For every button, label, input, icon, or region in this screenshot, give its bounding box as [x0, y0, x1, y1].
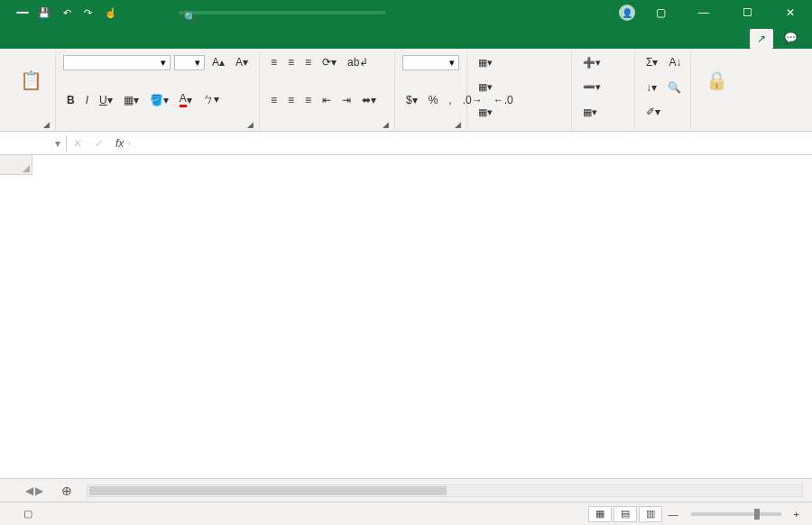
underline-button[interactable]: U▾ — [96, 92, 116, 108]
group-label-clipboard: ◢ — [13, 127, 48, 131]
comment-button[interactable]: 💬 — [777, 27, 805, 49]
sheet-area — [0, 155, 812, 478]
close-icon[interactable]: ✕ — [772, 0, 808, 25]
cond-format-button[interactable]: ▦ ▾ — [475, 55, 496, 70]
name-box[interactable]: ▾ — [0, 135, 67, 152]
sensitivity-button[interactable]: 🔒 — [698, 52, 734, 110]
fill-color-icon[interactable]: 🪣▾ — [146, 92, 172, 108]
font-color-icon[interactable]: A▾ — [176, 90, 196, 109]
autosave-label — [4, 11, 11, 14]
group-label-editing — [642, 127, 683, 131]
enter-formula-icon[interactable]: ✓ — [88, 137, 110, 150]
sensitivity-icon: 🔒 — [706, 69, 728, 91]
share-button[interactable]: ↗ — [750, 29, 773, 49]
indent-inc-icon[interactable]: ⇥ — [338, 92, 355, 108]
group-label-cells — [579, 127, 627, 131]
font-name-select[interactable]: ▾ — [63, 55, 171, 70]
border-icon[interactable]: ▦▾ — [120, 92, 143, 108]
sort-filter-icon[interactable]: A↓ — [665, 54, 685, 70]
wrap-text-button[interactable]: ab↲ — [344, 54, 372, 70]
percent-icon[interactable]: % — [425, 92, 442, 108]
autosum-icon[interactable]: Σ▾ — [642, 54, 661, 70]
clear-icon[interactable]: ✐▾ — [642, 104, 664, 120]
sheet-tabs-bar: ◀ ▶ ⊕ — [0, 478, 812, 502]
comma-icon[interactable]: , — [445, 92, 455, 108]
launcher-icon[interactable]: ◢ — [455, 120, 461, 129]
find-icon[interactable]: 🔍 — [664, 79, 685, 96]
fill-icon[interactable]: ↓▾ — [642, 79, 660, 96]
add-sheet-button[interactable]: ⊕ — [56, 484, 78, 498]
group-label-font: ◢ — [63, 127, 252, 131]
bold-button[interactable]: B — [63, 92, 78, 108]
clipboard-icon: 📋 — [20, 69, 42, 91]
ribbon-tabs: ↗ 💬 — [0, 25, 812, 49]
grow-font-icon[interactable]: A▴ — [208, 54, 228, 70]
currency-icon[interactable]: $▾ — [402, 92, 421, 108]
paste-button[interactable]: 📋 — [13, 52, 49, 110]
launcher-icon[interactable]: ◢ — [383, 120, 389, 129]
italic-button[interactable]: I — [82, 92, 92, 108]
merge-button[interactable]: ⬌▾ — [358, 92, 380, 108]
titlebar: 💾 ↶ ↷ ☝ 👤 ▢ — ☐ ✕ — [0, 0, 812, 25]
insert-cells-button[interactable]: ➕▾ — [579, 55, 604, 70]
format-table-button[interactable]: ▦ ▾ — [475, 79, 496, 95]
formula-input[interactable] — [129, 142, 812, 145]
group-label-align: ◢ — [267, 127, 387, 131]
redo-icon[interactable]: ↷ — [80, 5, 96, 21]
align-bottom-icon[interactable]: ≡ — [301, 54, 315, 70]
align-top-icon[interactable]: ≡ — [267, 54, 281, 70]
view-pagebreak-icon[interactable]: ▥ — [639, 506, 662, 522]
format-cells-button[interactable]: ▦▾ — [579, 105, 601, 120]
group-label-styles — [475, 127, 564, 131]
tab-nav-prev-icon[interactable]: ◀ — [25, 484, 33, 497]
shrink-font-icon[interactable]: A▾ — [232, 54, 252, 70]
phonetic-icon[interactable]: ㄅ▾ — [199, 90, 223, 109]
ribbon-options-icon[interactable]: ▢ — [642, 0, 678, 25]
fx-icon[interactable]: fx — [110, 137, 129, 150]
group-label-sensitivity — [698, 127, 733, 131]
view-normal-icon[interactable]: ▦ — [588, 506, 612, 522]
hscroll-thumb[interactable] — [89, 486, 447, 495]
status-bar: ▢ ▦ ▤ ▥ — + — [0, 502, 812, 525]
minimize-icon[interactable]: — — [686, 0, 722, 25]
search-input[interactable] — [179, 11, 386, 14]
orientation-icon[interactable]: ⟳▾ — [318, 54, 340, 70]
view-pagelayout-icon[interactable]: ▤ — [614, 506, 637, 522]
hscroll-track[interactable] — [87, 484, 803, 497]
user-avatar-icon[interactable]: 👤 — [619, 5, 635, 21]
align-left-icon[interactable]: ≡ — [267, 92, 281, 108]
zoom-in-button[interactable]: + — [794, 509, 799, 520]
cancel-formula-icon[interactable]: ✕ — [67, 137, 88, 150]
maximize-icon[interactable]: ☐ — [729, 0, 765, 25]
zoom-slider[interactable] — [691, 512, 781, 516]
group-label-number: ◢ — [402, 127, 459, 131]
tab-nav-next-icon[interactable]: ▶ — [35, 484, 43, 497]
cell-styles-button[interactable]: ▦ ▾ — [475, 105, 496, 120]
save-icon[interactable]: 💾 — [34, 5, 54, 21]
indent-dec-icon[interactable]: ⇤ — [318, 92, 335, 108]
font-size-select[interactable]: ▾ — [174, 55, 205, 70]
number-format-select[interactable]: ▾ — [402, 55, 459, 70]
delete-cells-button[interactable]: ➖▾ — [579, 79, 604, 95]
macro-record-icon[interactable]: ▢ — [23, 508, 32, 520]
align-center-icon[interactable]: ≡ — [284, 92, 298, 108]
align-right-icon[interactable]: ≡ — [301, 92, 315, 108]
undo-icon[interactable]: ↶ — [60, 5, 75, 21]
autosave-toggle[interactable] — [16, 12, 29, 14]
formula-bar-row: ▾ ✕ ✓ fx — [0, 132, 812, 155]
ribbon: 📋 ◢ ▾ ▾ A▴ A▾ B I U▾ ▦▾ 🪣▾ A▾ ㄅ▾ ◢ ≡ ≡ ≡… — [0, 49, 812, 132]
align-middle-icon[interactable]: ≡ — [284, 54, 298, 70]
launcher-icon[interactable]: ◢ — [43, 120, 50, 129]
touch-icon[interactable]: ☝ — [101, 5, 121, 21]
zoom-out-button[interactable]: — — [669, 509, 678, 520]
launcher-icon[interactable]: ◢ — [247, 120, 254, 129]
select-all-corner[interactable] — [0, 155, 32, 175]
